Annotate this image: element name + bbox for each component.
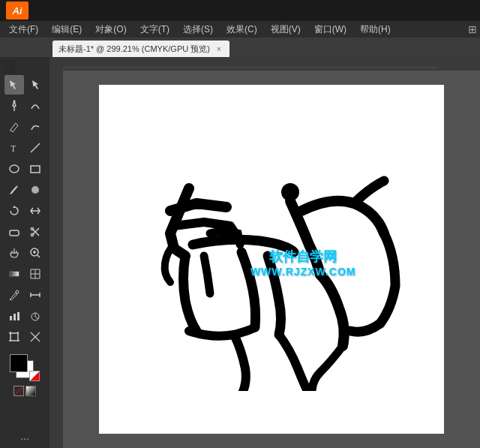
more-tools-button[interactable]: ... (20, 430, 29, 442)
menu-edit[interactable]: 编辑(E) (46, 22, 88, 38)
svg-rect-20 (14, 314, 16, 320)
svg-line-11 (38, 255, 40, 257)
tool-row-gradient (2, 264, 48, 284)
tool-row-view (2, 243, 48, 263)
mesh-tool[interactable] (26, 264, 45, 284)
ruler-vertical (50, 57, 63, 448)
zoom-tool[interactable] (26, 243, 45, 263)
rotate-tool[interactable] (4, 201, 24, 221)
svg-point-15 (16, 290, 19, 293)
line-segment-tool[interactable] (26, 138, 45, 158)
ellipse-tool[interactable] (4, 159, 24, 179)
selection-tool[interactable] (4, 75, 24, 95)
ruler-horizontal (50, 57, 480, 71)
slice-tool[interactable] (26, 327, 45, 347)
color-swatches (10, 354, 40, 381)
gradient-tool[interactable] (4, 264, 24, 284)
svg-rect-19 (10, 316, 12, 320)
canvas-area[interactable]: 软件自学网 WWW.RJZXW.COM (50, 57, 480, 448)
svg-point-3 (10, 165, 19, 173)
reflect-tool[interactable] (26, 201, 45, 221)
tool-row-eraser (2, 222, 48, 242)
menu-file[interactable]: 文件(F) (3, 22, 44, 38)
tool-row-pencil (2, 117, 48, 137)
pie-chart-tool[interactable] (26, 306, 45, 326)
artboard-tool[interactable] (4, 327, 24, 347)
menu-help[interactable]: 帮助(H) (354, 22, 397, 38)
tab-bar: 未标题-1* @ 299.21% (CMYK/GPU 预览) × (0, 38, 480, 57)
tool-row-eyedropper (2, 285, 48, 305)
blob-brush-tool[interactable] (26, 180, 45, 200)
menu-select[interactable]: 选择(S) (177, 22, 219, 38)
scissors-tool[interactable] (26, 222, 45, 242)
document-tab[interactable]: 未标题-1* @ 299.21% (CMYK/GPU 预览) × (52, 41, 230, 57)
tool-row-pen (2, 96, 48, 116)
paintbrush-tool[interactable] (4, 180, 24, 200)
hand-tool[interactable] (4, 243, 24, 263)
eraser-tool[interactable] (4, 222, 24, 242)
svg-line-2 (31, 143, 40, 152)
ruler-corner (2, 60, 15, 74)
gradient-swatch[interactable] (26, 386, 36, 396)
default-colors-button[interactable] (29, 371, 40, 381)
color-section (2, 351, 48, 399)
svg-rect-14 (10, 272, 19, 276)
tool-row-selection (2, 75, 48, 95)
tab-close-button[interactable]: × (214, 44, 224, 53)
tool-row-transform (2, 201, 48, 221)
artwork-svg (129, 128, 414, 391)
menu-object[interactable]: 对象(O) (89, 22, 132, 38)
menu-text[interactable]: 文字(T) (134, 22, 176, 38)
toolbox: T (0, 57, 50, 448)
menu-window[interactable]: 窗口(W) (308, 22, 352, 38)
artboard: 软件自学网 WWW.RJZXW.COM (99, 85, 444, 434)
tool-row-text: T (2, 138, 48, 158)
foreground-color-swatch[interactable] (10, 354, 28, 372)
svg-line-30 (14, 386, 23, 395)
type-tool[interactable]: T (4, 138, 24, 158)
menu-bar: 文件(F) 编辑(E) 对象(O) 文字(T) 选择(S) 效果(C) 视图(V… (0, 21, 480, 38)
app-logo: Ai (6, 2, 28, 20)
tool-row-artboard (2, 327, 48, 347)
workspace-switcher[interactable]: ⊞ (468, 23, 477, 35)
menu-view[interactable]: 视图(V) (265, 22, 307, 38)
tool-row-brush (2, 180, 48, 200)
svg-rect-31 (63, 57, 480, 71)
tool-row-chart (2, 306, 48, 326)
measure-tool[interactable] (26, 285, 45, 305)
direct-selection-tool[interactable] (26, 75, 45, 95)
pen-tool[interactable] (4, 96, 24, 116)
svg-rect-21 (17, 312, 20, 320)
color-mode-row (14, 386, 36, 396)
eyedropper-tool[interactable] (4, 285, 24, 305)
pencil-tool[interactable] (4, 117, 24, 137)
svg-text:T: T (10, 143, 16, 154)
none-swatch[interactable] (14, 386, 24, 396)
rectangle-tool[interactable] (26, 159, 45, 179)
smooth-tool[interactable] (26, 117, 45, 137)
svg-rect-7 (10, 230, 19, 236)
svg-point-5 (32, 186, 39, 194)
tool-row-shapes (2, 159, 48, 179)
tab-label: 未标题-1* @ 299.21% (CMYK/GPU 预览) (58, 44, 210, 55)
curvature-tool[interactable] (26, 96, 45, 116)
svg-rect-23 (10, 333, 18, 341)
svg-rect-33 (50, 71, 63, 448)
toolbar-bottom: ... (2, 427, 48, 445)
menu-effect[interactable]: 效果(C) (220, 22, 263, 38)
svg-rect-4 (31, 166, 40, 173)
main-layout: T (0, 57, 480, 448)
svg-point-0 (14, 101, 16, 103)
title-bar: Ai (0, 0, 480, 21)
bar-graph-tool[interactable] (4, 306, 24, 326)
